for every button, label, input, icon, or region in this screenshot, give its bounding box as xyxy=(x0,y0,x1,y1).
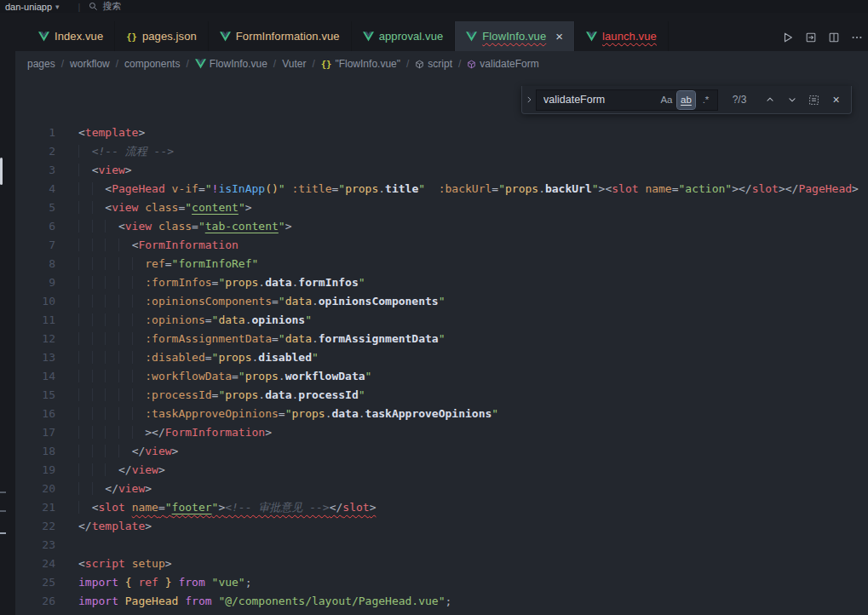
tab-label: pages.json xyxy=(142,30,197,43)
line-number: 8 xyxy=(15,255,55,273)
breadcrumb-separator: / xyxy=(61,58,64,70)
code-line[interactable]: 13 :disabled="props.disabled" xyxy=(15,348,868,367)
tab-label: FlowInfo.vue xyxy=(482,30,546,43)
sidebar-fragment xyxy=(0,491,6,493)
find-next-button[interactable] xyxy=(783,91,801,109)
code-line[interactable]: 15 :processId="props.data.processId" xyxy=(15,386,868,405)
code-line[interactable]: 3 <view> xyxy=(15,161,868,180)
whole-word-toggle[interactable]: ab xyxy=(677,91,695,109)
breadcrumb-label: components xyxy=(124,58,180,70)
code-line[interactable]: 6 <view class="tab-content"> xyxy=(15,217,868,236)
code-line[interactable]: 18 </view> xyxy=(15,442,868,461)
vue-icon xyxy=(220,32,231,42)
breadcrumb-label: validateForm xyxy=(480,58,538,70)
app-menu[interactable]: dan-uniapp ▾ xyxy=(5,2,60,12)
line-content: ref="formInfoRef" xyxy=(55,255,258,273)
breadcrumb-item[interactable]: pages xyxy=(27,58,55,70)
line-number: 15 xyxy=(15,386,55,405)
breadcrumb-separator: / xyxy=(458,58,461,70)
code-line[interactable]: 26import PageHead from "@/components/lay… xyxy=(15,592,868,611)
line-number: 23 xyxy=(15,536,55,555)
code-line[interactable]: 20 </view> xyxy=(15,480,868,498)
activity-bar-active-indicator[interactable] xyxy=(0,158,3,185)
line-number: 18 xyxy=(15,442,55,461)
find-previous-button[interactable] xyxy=(761,91,779,109)
line-number: 6 xyxy=(15,217,55,236)
tab-pages.json[interactable]: {}pages.json xyxy=(115,21,209,51)
tab-approval.vue[interactable]: approval.vue xyxy=(352,21,456,51)
breadcrumb-item[interactable]: Vuter xyxy=(282,58,306,70)
regex-toggle[interactable]: .* xyxy=(697,91,715,109)
vue-icon xyxy=(195,59,206,69)
code-line[interactable]: 7 <FormInformation xyxy=(15,236,868,255)
code-line[interactable]: 9 :formInfos="props.data.formInfos" xyxy=(15,273,868,292)
breadcrumb-item[interactable]: FlowInfo.vue xyxy=(195,58,267,70)
breadcrumb-item[interactable]: script xyxy=(415,58,452,70)
breadcrumb-item[interactable]: validateForm xyxy=(467,58,538,70)
code-line[interactable]: 25import { ref } from "vue"; xyxy=(15,573,868,592)
code-line[interactable]: 1<template> xyxy=(15,124,868,142)
line-content: :opinions="data.opinions" xyxy=(55,311,312,330)
tab-bar: Index.vue{}pages.jsonFormInformation.vue… xyxy=(15,13,868,51)
titlebar-search-label: 搜索 xyxy=(102,0,121,13)
breadcrumb-separator: / xyxy=(406,58,409,70)
symbol-module-icon xyxy=(415,60,424,69)
titlebar-separator: | xyxy=(78,2,81,12)
breadcrumb-item[interactable]: workflow xyxy=(70,58,110,70)
code-line[interactable]: 11 :opinions="data.opinions" xyxy=(15,311,868,330)
line-number: 21 xyxy=(15,498,55,517)
line-number: 11 xyxy=(15,311,55,330)
line-content: import { ref } from "vue"; xyxy=(55,573,252,592)
code-line[interactable]: 19 </view> xyxy=(15,461,868,480)
code-line[interactable]: 2 <!-- 流程 --> xyxy=(15,142,868,161)
line-content: import PageHead from "@/components/layou… xyxy=(55,592,451,611)
whole-word-label: ab xyxy=(681,95,692,105)
tab-launch.vue[interactable]: launch.vue xyxy=(575,21,669,51)
more-button[interactable] xyxy=(851,32,863,43)
line-number: 7 xyxy=(15,236,55,255)
code-line[interactable]: 4 <PageHead v-if="!isInApp()" :title="pr… xyxy=(15,180,868,198)
code-line[interactable]: 23 xyxy=(15,536,868,555)
code-line[interactable]: 24<script setup> xyxy=(15,555,868,573)
editor-actions xyxy=(782,32,863,43)
find-input[interactable] xyxy=(543,94,656,106)
code-line[interactable]: 17 ></FormInformation> xyxy=(15,423,868,442)
find-close-button[interactable]: × xyxy=(827,91,845,109)
toggle-replace-button[interactable] xyxy=(522,86,536,113)
code-line[interactable]: 14 :workflowData="props.workflowData" xyxy=(15,367,868,386)
code-line[interactable]: 10 :opinionsComponents="data.opinionsCom… xyxy=(15,292,868,311)
tab-FormInformation.vue[interactable]: FormInformation.vue xyxy=(209,21,352,51)
code-line[interactable]: 22</template> xyxy=(15,517,868,536)
code-line[interactable]: 16 :taskApproveOpinions="props.data.task… xyxy=(15,405,868,423)
sidebar-fragment xyxy=(0,532,6,534)
line-number: 10 xyxy=(15,292,55,311)
titlebar-search[interactable]: 搜索 xyxy=(89,0,121,13)
json-icon: {} xyxy=(126,32,137,42)
code-line[interactable]: 21 <slot name="footer"><!-- 审批意见 --></sl… xyxy=(15,498,868,517)
breadcrumb-item[interactable]: components xyxy=(124,58,180,70)
app-title: dan-uniapp xyxy=(5,2,52,12)
run-button[interactable] xyxy=(782,32,794,43)
code-line[interactable]: 12 :formAssignmentData="data.formAssignm… xyxy=(15,330,868,348)
line-content: :taskApproveOpinions="props.data.taskApp… xyxy=(55,405,498,423)
line-content: <view class="content"> xyxy=(55,198,252,217)
breadcrumb-label: pages xyxy=(27,58,55,70)
search-icon xyxy=(89,2,98,11)
sidebar-fragment xyxy=(0,510,6,512)
split-editor-button[interactable] xyxy=(828,32,840,43)
breadcrumb-separator: / xyxy=(116,58,118,70)
line-content: <PageHead v-if="!isInApp()" :title="prop… xyxy=(55,180,859,198)
close-icon[interactable]: × xyxy=(555,30,563,43)
breadcrumb-item[interactable]: {}"FlowInfo.vue" xyxy=(321,58,400,70)
tab-Index.vue[interactable]: Index.vue xyxy=(27,21,115,51)
breadcrumb: pages/workflow/components/FlowInfo.vue/V… xyxy=(15,51,868,77)
match-case-toggle[interactable]: Aa xyxy=(658,91,675,109)
line-content: </template> xyxy=(55,517,152,536)
line-number: 13 xyxy=(15,348,55,367)
open-changes-button[interactable] xyxy=(805,32,817,43)
code-line[interactable]: 5 <view class="content"> xyxy=(15,198,868,217)
find-in-selection-button[interactable] xyxy=(805,91,823,109)
tab-FlowInfo.vue[interactable]: FlowInfo.vue× xyxy=(455,21,575,51)
code-line[interactable]: 8 ref="formInfoRef" xyxy=(15,255,868,273)
find-input-box[interactable]: Aaab.* xyxy=(536,89,718,111)
